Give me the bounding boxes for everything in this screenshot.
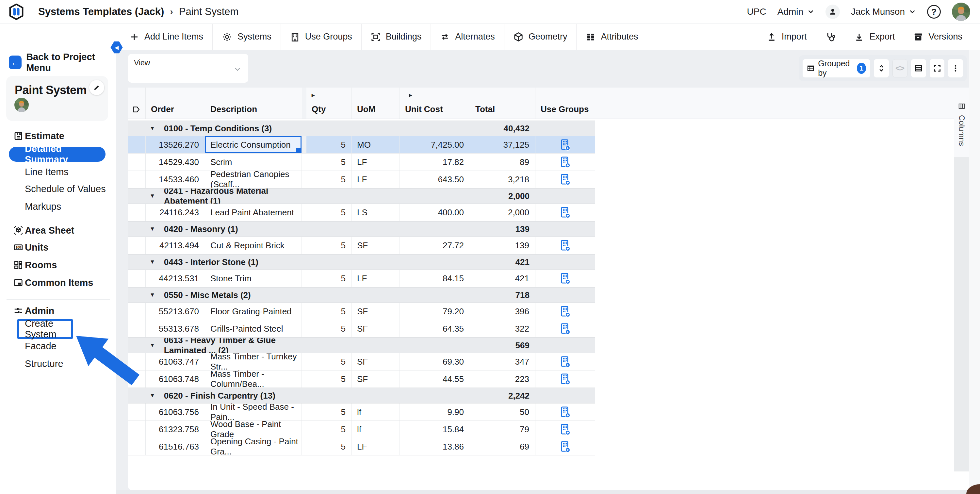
uom-cell[interactable]: MO: [352, 136, 400, 153]
description-cell[interactable]: Mass Timber - Column/Bea...: [205, 371, 302, 387]
geometry-button[interactable]: Geometry: [504, 24, 577, 49]
qty-cell[interactable]: 5: [306, 421, 352, 438]
uom-cell[interactable]: SF: [352, 353, 400, 370]
qty-cell[interactable]: 5: [306, 237, 352, 254]
group-row[interactable]: ▼0420 - Masonry (1)139: [128, 221, 595, 237]
building-add-icon[interactable]: [560, 441, 571, 453]
unit-cost-cell[interactable]: 64.35: [400, 320, 470, 337]
description-cell[interactable]: Wood Base - Paint Grade: [205, 421, 302, 438]
buildings-button[interactable]: Buildings: [362, 24, 431, 49]
group-row[interactable]: ▼0620 - Finish Carpentry (13)2,242: [128, 388, 595, 403]
building-add-icon[interactable]: [560, 424, 571, 435]
view-dropdown[interactable]: View: [128, 54, 248, 83]
description-cell[interactable]: Electric Consumption: [205, 136, 302, 153]
unit-cost-cell[interactable]: 13.86: [400, 438, 470, 455]
import-button[interactable]: Import: [757, 24, 816, 49]
description-cell[interactable]: Stone Trim: [205, 270, 302, 287]
total-cell[interactable]: 79: [470, 421, 535, 438]
qty-cell[interactable]: 5: [306, 438, 352, 455]
horizontal-scrollbar[interactable]: [116, 490, 969, 494]
group-row[interactable]: ▼0443 - Interior Stone (1)421: [128, 254, 595, 270]
group-row[interactable]: ▼0241 - Hazardous Material Abatement (1)…: [128, 188, 595, 204]
row-flag-cell[interactable]: [128, 270, 146, 287]
uom-cell[interactable]: LF: [352, 438, 400, 455]
qty-cell[interactable]: 5: [306, 171, 352, 188]
total-cell[interactable]: 139: [470, 237, 535, 254]
unit-cost-cell[interactable]: 17.82: [400, 153, 470, 171]
qty-cell[interactable]: 5: [306, 153, 352, 171]
back-arrow-icon[interactable]: ←: [9, 56, 22, 69]
table-row[interactable]: 61063.756In Unit - Speed Base - Pain...5…: [128, 403, 595, 421]
building-add-icon[interactable]: [560, 207, 571, 218]
building-add-icon[interactable]: [560, 373, 571, 385]
total-cell[interactable]: 396: [470, 303, 535, 320]
row-flag-cell[interactable]: [128, 403, 146, 421]
collapse-triangle-icon[interactable]: ▼: [150, 226, 155, 232]
unit-cost-cell[interactable]: 44.55: [400, 371, 470, 387]
role-dropdown[interactable]: Admin: [778, 6, 815, 17]
group-title[interactable]: ▼0100 - Temp Conditions (3): [128, 121, 302, 136]
group-title[interactable]: ▼0241 - Hazardous Material Abatement (1): [128, 188, 302, 204]
total-cell[interactable]: 223: [470, 371, 535, 387]
total-cell[interactable]: 50: [470, 403, 535, 421]
order-cell[interactable]: 55313.678: [146, 320, 205, 337]
description-cell[interactable]: Cut & Repoint Brick: [205, 237, 302, 254]
collapse-triangle-icon[interactable]: ▼: [150, 193, 155, 199]
building-add-icon[interactable]: [560, 174, 571, 185]
use-groups-cell[interactable]: [535, 237, 595, 254]
use-groups-cell[interactable]: [535, 136, 595, 153]
uom-cell[interactable]: SF: [352, 371, 400, 387]
table-row[interactable]: 42113.494Cut & Repoint Brick5SF27.72139: [128, 237, 595, 254]
qty-cell[interactable]: 5: [306, 303, 352, 320]
sidebar-item-units[interactable]: 100 Units: [0, 239, 116, 255]
unit-cost-cell[interactable]: 84.15: [400, 270, 470, 287]
sidebar-item-structure[interactable]: Structure: [0, 356, 116, 371]
order-cell[interactable]: 14533.460: [146, 171, 205, 188]
order-cell[interactable]: 61063.748: [146, 371, 205, 387]
sidebar-item-markups[interactable]: Markups: [0, 199, 116, 214]
unit-cost-cell[interactable]: 69.30: [400, 353, 470, 370]
sidebar-item-schedule-of-values[interactable]: Schedule of Values: [0, 181, 116, 197]
description-cell[interactable]: Grills-Painted Steel: [205, 320, 302, 337]
sidebar-item-area-sheet[interactable]: Area Sheet: [0, 223, 116, 238]
total-cell[interactable]: 69: [470, 438, 535, 455]
order-cell[interactable]: 61063.747: [146, 353, 205, 370]
column-group-marker[interactable]: ▸: [409, 91, 412, 99]
uom-cell[interactable]: lf: [352, 403, 400, 421]
order-cell[interactable]: 61063.756: [146, 403, 205, 421]
total-cell[interactable]: 322: [470, 320, 535, 337]
total-cell[interactable]: 3,218: [470, 171, 535, 188]
uom-cell[interactable]: SF: [352, 320, 400, 337]
user-dropdown[interactable]: Jack Munson: [851, 6, 916, 17]
column-header-uom[interactable]: UoM: [352, 88, 400, 119]
qty-cell[interactable]: 5: [306, 270, 352, 287]
row-flag-cell[interactable]: [128, 371, 146, 387]
collapse-triangle-icon[interactable]: ▼: [150, 392, 155, 399]
fill-handle[interactable]: [296, 148, 301, 153]
qty-cell[interactable]: 5: [306, 204, 352, 221]
sidebar-item-create-system[interactable]: Create System: [17, 319, 73, 339]
unit-cost-cell[interactable]: 7,425.00: [400, 136, 470, 153]
qty-cell[interactable]: 5: [306, 136, 352, 153]
total-cell[interactable]: 89: [470, 153, 535, 171]
group-title[interactable]: ▼0420 - Masonry (1): [128, 222, 302, 237]
total-cell[interactable]: 421: [470, 270, 535, 287]
use-groups-cell[interactable]: [535, 171, 595, 188]
building-add-icon[interactable]: [560, 306, 571, 317]
table-row[interactable]: 24116.243Lead Paint Abatement5LS400.002,…: [128, 204, 595, 221]
order-cell[interactable]: 55213.670: [146, 303, 205, 320]
building-add-icon[interactable]: [560, 356, 571, 368]
group-title[interactable]: ▼0550 - Misc Metals (2): [128, 287, 302, 303]
use-groups-cell[interactable]: [535, 303, 595, 320]
table-row[interactable]: 61063.748Mass Timber - Column/Bea...5SF4…: [128, 371, 595, 388]
uom-cell[interactable]: SF: [352, 303, 400, 320]
org-label[interactable]: UPC: [747, 6, 766, 17]
window-scrollbar-track[interactable]: [969, 50, 980, 494]
back-to-project-menu[interactable]: ← Back to Project Menu: [0, 55, 116, 70]
column-header-total[interactable]: Total: [470, 88, 535, 119]
row-density-button[interactable]: [911, 59, 926, 77]
row-flag-cell[interactable]: [128, 171, 146, 188]
edit-project-button[interactable]: [89, 80, 104, 95]
uom-cell[interactable]: LF: [352, 171, 400, 188]
total-cell[interactable]: 37,125: [470, 136, 535, 153]
